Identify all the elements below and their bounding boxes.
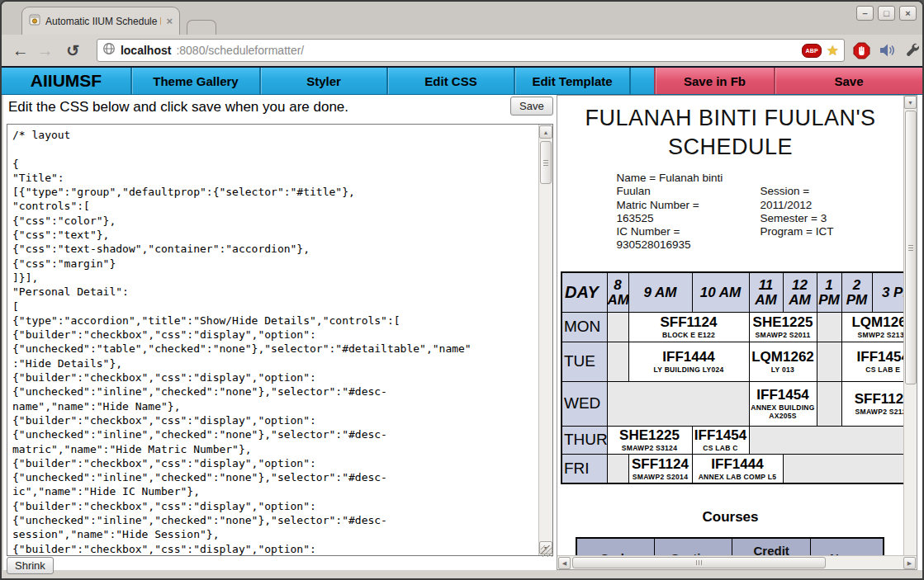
nav-styler[interactable]: Styler bbox=[259, 68, 386, 94]
header-12am: 12 AM bbox=[783, 272, 817, 312]
class-cell: SFF1124BLOCK E E122 bbox=[628, 312, 749, 342]
shrink-button[interactable]: Shrink bbox=[7, 557, 54, 574]
tab-strip: Automatic IIUM Schedule F × – □ × bbox=[2, 2, 922, 35]
browser-tab[interactable]: Automatic IIUM Schedule F × bbox=[21, 7, 180, 35]
free-slot bbox=[607, 342, 628, 381]
nav-edit-css[interactable]: Edit CSS bbox=[386, 68, 514, 94]
timetable-row-thur: THUR SHE1225SMAWP2 S3124 IFF1454CS LAB C bbox=[562, 426, 903, 454]
class-cell: IFF1454ANNEX BUILDING AX205S bbox=[749, 381, 817, 426]
address-bar[interactable]: localhost:8080/scheduleformatter/ ABP ★ bbox=[97, 39, 845, 62]
nav-spacer bbox=[629, 68, 654, 94]
window-close-button[interactable]: × bbox=[899, 6, 917, 21]
class-cell: SFF1124SMAWP2 S2014 bbox=[628, 454, 692, 483]
free-slot bbox=[817, 342, 841, 381]
day-label: WED bbox=[562, 381, 607, 426]
detail-program: Program = ICT bbox=[761, 225, 845, 238]
class-cell: IFF1444LY BUILDING LY024 bbox=[628, 342, 749, 381]
preview-vertical-scrollbar[interactable]: ▲ ▼ bbox=[903, 96, 917, 555]
day-label: THUR bbox=[562, 426, 607, 454]
preview-hscrollbar-thumb[interactable] bbox=[572, 557, 826, 568]
scroll-up-icon[interactable]: ▲ bbox=[539, 125, 552, 139]
header-11am: 11 AM bbox=[749, 272, 783, 312]
bookmark-star-icon[interactable]: ★ bbox=[827, 44, 839, 58]
personal-details: Name = Fulanah binti Fuulan Matric Numbe… bbox=[557, 172, 903, 252]
free-slot bbox=[749, 426, 903, 454]
page-favicon-icon bbox=[29, 14, 40, 29]
schedule-preview-frame: FULANAH BINTI FUULAN'S SCHEDULE Name = F… bbox=[557, 95, 917, 570]
window-controls: – □ × bbox=[856, 6, 917, 21]
adblock-icon[interactable]: ABP bbox=[802, 44, 821, 58]
reload-button-icon[interactable]: ↺ bbox=[60, 43, 85, 59]
detail-semester: Semester = 3 bbox=[761, 212, 845, 225]
free-slot bbox=[817, 312, 841, 342]
nav-save-in-fb[interactable]: Save in Fb bbox=[654, 68, 774, 94]
header-9am: 9 AM bbox=[628, 272, 692, 312]
nav-logo-aiiumsf[interactable]: AIIUMSF bbox=[2, 68, 130, 94]
url-path: :8080/scheduleformatter/ bbox=[176, 44, 304, 57]
tab-title: Automatic IIUM Schedule F bbox=[45, 16, 161, 27]
editor-instruction: Edit the CSS below and click save when y… bbox=[8, 99, 348, 116]
day-label: FRI bbox=[562, 454, 607, 483]
timetable: DAY 8 AM 9 AM 10 AM 11 AM 12 AM 1 PM 2 P… bbox=[561, 271, 903, 484]
class-cell: LQM1262SMWP2 S2135 bbox=[841, 312, 903, 342]
site-globe-icon bbox=[102, 42, 116, 59]
free-slot bbox=[607, 381, 749, 426]
tab-close-icon[interactable]: × bbox=[166, 15, 173, 27]
timetable-row-fri: FRI SFF1124SMAWP2 S2014 IFF1444ANNEX LAB… bbox=[562, 454, 903, 483]
detail-matric: Matric Number = 163525 bbox=[617, 199, 727, 225]
detail-session: Session = 2011/2012 bbox=[761, 185, 845, 211]
detail-ic: IC Number = 930528016935 bbox=[617, 225, 727, 252]
header-2pm: 2 PM bbox=[841, 272, 872, 312]
timetable-row-mon: MON SFF1124BLOCK E E122 SHE1225SMAWP2 S2… bbox=[562, 312, 903, 342]
window-minimize-button[interactable]: – bbox=[856, 6, 874, 21]
free-slot bbox=[607, 312, 628, 342]
free-slot bbox=[607, 454, 628, 483]
nav-save[interactable]: Save bbox=[774, 68, 922, 94]
free-slot bbox=[817, 381, 841, 426]
new-tab-button[interactable] bbox=[187, 20, 216, 35]
courses-header-name: Name bbox=[811, 538, 884, 555]
editor-scrollbar-thumb[interactable] bbox=[540, 141, 552, 184]
courses-table: Code Section Credit Hour Name bbox=[576, 537, 884, 555]
class-cell: IFF1444ANNEX LAB COMP L5 bbox=[692, 454, 783, 483]
class-cell: IFF1454CS LAB E bbox=[841, 342, 903, 381]
preview-horizontal-scrollbar[interactable]: ◀ ▶ bbox=[557, 555, 917, 569]
page-content: Edit the CSS below and click save when y… bbox=[3, 95, 924, 570]
timetable-row-wed: WED IFF1454ANNEX BUILDING AX205S SFF1124… bbox=[562, 381, 903, 426]
header-1pm: 1 PM bbox=[817, 272, 841, 312]
header-8am: 8 AM bbox=[607, 272, 628, 312]
scroll-right-icon[interactable]: ▶ bbox=[903, 557, 916, 569]
scroll-down-icon[interactable]: ▼ bbox=[904, 96, 917, 109]
courses-heading: Courses bbox=[557, 509, 903, 526]
preview-scrollbar-thumb[interactable] bbox=[905, 111, 917, 384]
class-cell: SFF1124SMAWP2 S2120 bbox=[841, 381, 903, 426]
schedule-title: FULANAH BINTI FUULAN'S SCHEDULE bbox=[566, 104, 896, 162]
forward-button-icon[interactable]: → bbox=[33, 42, 58, 59]
window-maximize-button[interactable]: □ bbox=[878, 6, 895, 21]
courses-header-section: Section bbox=[654, 538, 732, 555]
header-3pm: 3 PM bbox=[872, 272, 903, 312]
audio-speaker-icon[interactable] bbox=[879, 42, 897, 59]
noscript-stop-icon[interactable] bbox=[853, 42, 870, 59]
editor-save-button[interactable]: Save bbox=[510, 97, 553, 116]
browser-toolbar: ← → ↺ localhost:8080/scheduleformatter/ … bbox=[2, 35, 922, 66]
day-label: TUE bbox=[562, 342, 607, 381]
wrench-settings-icon[interactable] bbox=[905, 42, 922, 59]
schedule-preview-content: FULANAH BINTI FUULAN'S SCHEDULE Name = F… bbox=[557, 96, 903, 555]
textarea-resize-grip[interactable] bbox=[541, 545, 552, 557]
nav-theme-gallery[interactable]: Theme Gallery bbox=[130, 68, 259, 94]
timetable-row-tue: TUE IFF1444LY BUILDING LY024 LQM1262LY 0… bbox=[562, 342, 903, 381]
editor-scrollbar[interactable]: ▲ ▼ bbox=[538, 125, 552, 555]
scroll-left-icon[interactable]: ◀ bbox=[558, 557, 571, 569]
css-editor[interactable]: /* layout { "Title": [{"type":"group","d… bbox=[7, 125, 552, 555]
header-10am: 10 AM bbox=[692, 272, 749, 312]
courses-header-code: Code bbox=[576, 538, 654, 555]
class-cell: SHE1225SMAWP2 S3124 bbox=[607, 426, 692, 454]
free-slot bbox=[783, 454, 903, 483]
back-button-icon[interactable]: ← bbox=[8, 42, 33, 59]
class-cell: SHE1225SMAWP2 S2011 bbox=[749, 312, 817, 342]
day-label: MON bbox=[562, 312, 607, 342]
nav-edit-template[interactable]: Edit Template bbox=[514, 68, 629, 94]
css-editor-container: /* layout { "Title": [{"type":"group","d… bbox=[7, 124, 553, 556]
header-day: DAY bbox=[562, 272, 607, 312]
